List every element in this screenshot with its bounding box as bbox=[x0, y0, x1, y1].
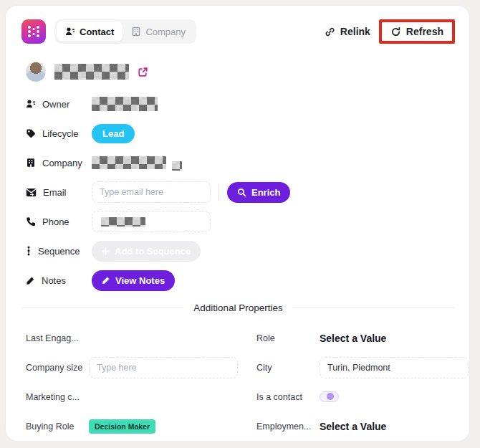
prop-buying-role: Buying Role Decision Maker bbox=[26, 411, 238, 441]
email-label-group: Email bbox=[26, 187, 92, 198]
refresh-button[interactable]: Refresh bbox=[390, 26, 443, 37]
role-select[interactable]: Select a Value bbox=[320, 333, 386, 344]
prop-marketing: Marketing c... bbox=[26, 382, 238, 411]
tab-contact[interactable]: Contact bbox=[57, 22, 123, 42]
refresh-annotation-box: Refresh bbox=[379, 19, 455, 44]
email-divider bbox=[219, 184, 219, 201]
owner-row: Owner bbox=[26, 93, 455, 115]
lifecycle-label-group: Lifecycle bbox=[26, 128, 92, 139]
prop-label: City bbox=[256, 363, 320, 373]
prop-city: City bbox=[256, 353, 469, 382]
prop-label: Is a contact bbox=[256, 392, 320, 402]
pencil-icon bbox=[26, 276, 35, 285]
lifecycle-label: Lifecycle bbox=[42, 128, 79, 139]
external-link-icon[interactable] bbox=[138, 67, 148, 77]
add-to-sequence-button[interactable]: Add to Sequence bbox=[92, 241, 201, 262]
additional-properties-title: Additional Properties bbox=[193, 302, 283, 313]
prop-last-engagement: Last Engag... bbox=[26, 323, 238, 353]
redacted-company-value bbox=[92, 156, 166, 169]
employment-select[interactable]: Select a Value bbox=[320, 421, 386, 432]
sequence-icon bbox=[26, 246, 32, 256]
phone-input[interactable] bbox=[92, 211, 211, 232]
plus-icon bbox=[102, 247, 110, 255]
phone-row: Phone bbox=[26, 211, 455, 232]
prop-label: Role bbox=[256, 333, 320, 343]
app-logo bbox=[21, 19, 46, 44]
redacted-phone-value bbox=[101, 217, 145, 227]
person-icon bbox=[65, 27, 75, 37]
panel-header: Contact Company Relink Refresh bbox=[21, 17, 455, 46]
is-a-contact-toggle[interactable] bbox=[320, 391, 339, 402]
redacted-company-chip bbox=[172, 161, 182, 171]
sequence-row: Sequence Add to Sequence bbox=[26, 240, 455, 262]
email-label: Email bbox=[43, 187, 67, 198]
enrich-button[interactable]: Enrich bbox=[227, 182, 290, 203]
prop-label: Company size bbox=[26, 363, 89, 373]
person-icon bbox=[26, 99, 36, 109]
phone-label: Phone bbox=[42, 216, 69, 227]
tab-contact-label: Contact bbox=[80, 27, 114, 37]
lifecycle-badge[interactable]: Lead bbox=[92, 124, 135, 143]
company-size-input[interactable] bbox=[89, 357, 238, 378]
prop-company-size: Company size bbox=[26, 353, 238, 382]
contact-panel: Contact Company Relink Refresh bbox=[6, 6, 469, 441]
refresh-icon bbox=[390, 27, 401, 37]
prop-is-a-contact: Is a contact bbox=[256, 382, 469, 411]
additional-properties-header: Additional Properties bbox=[21, 302, 455, 313]
redacted-owner-value bbox=[92, 97, 158, 111]
email-input[interactable] bbox=[92, 181, 211, 203]
sequence-label-group: Sequence bbox=[26, 246, 92, 257]
prop-label: Employmen... bbox=[256, 421, 320, 432]
company-label-group: Company bbox=[26, 158, 92, 168]
toggle-knob bbox=[327, 393, 334, 400]
email-row: Email Enrich bbox=[26, 181, 455, 203]
contact-avatar bbox=[26, 62, 46, 82]
search-icon bbox=[237, 188, 246, 197]
notes-label-group: Notes bbox=[26, 275, 92, 286]
divider-line bbox=[293, 308, 455, 308]
phone-icon bbox=[26, 216, 36, 227]
refresh-label: Refresh bbox=[406, 26, 443, 37]
company-row: Company bbox=[26, 152, 455, 173]
page-background-strip bbox=[0, 441, 480, 448]
tab-company[interactable]: Company bbox=[123, 22, 194, 42]
building-icon bbox=[131, 27, 141, 37]
phone-label-group: Phone bbox=[26, 216, 92, 227]
redacted-contact-name bbox=[54, 64, 129, 80]
prop-label: Buying Role bbox=[26, 421, 89, 432]
prop-label: Marketing c... bbox=[26, 392, 89, 402]
add-to-sequence-label: Add to Sequence bbox=[115, 246, 191, 257]
tab-company-label: Company bbox=[145, 27, 186, 37]
prop-employment-right: Employmen... Select a Value bbox=[256, 411, 469, 441]
prop-role: Role Select a Value bbox=[256, 323, 469, 353]
view-notes-label: View Notes bbox=[115, 275, 165, 286]
owner-label-group: Owner bbox=[26, 99, 92, 110]
view-notes-button[interactable]: View Notes bbox=[92, 270, 175, 291]
lifecycle-row: Lifecycle Lead bbox=[26, 123, 455, 144]
sequence-label: Sequence bbox=[38, 246, 80, 257]
owner-label: Owner bbox=[42, 99, 69, 110]
prop-label: Last Engag... bbox=[26, 333, 89, 343]
entity-tab-group: Contact Company bbox=[54, 19, 196, 44]
contact-body: Owner Lifecycle Lead Company bbox=[21, 46, 455, 448]
divider-line bbox=[21, 308, 183, 308]
relink-label: Relink bbox=[340, 26, 370, 37]
link-icon bbox=[325, 27, 335, 37]
tag-icon bbox=[26, 128, 36, 138]
building-icon bbox=[26, 158, 36, 168]
dot-grid-logo-icon bbox=[28, 26, 31, 29]
additional-properties-grid: Last Engag... Role Select a Value Compan… bbox=[21, 316, 455, 448]
company-label: Company bbox=[42, 158, 82, 168]
relink-button[interactable]: Relink bbox=[325, 26, 370, 37]
enrich-label: Enrich bbox=[251, 187, 280, 198]
buying-role-badge[interactable]: Decision Maker bbox=[89, 419, 155, 434]
city-input[interactable] bbox=[320, 357, 469, 378]
pencil-icon bbox=[102, 276, 110, 285]
notes-label: Notes bbox=[42, 275, 66, 286]
contact-identity-row bbox=[26, 62, 455, 82]
envelope-icon bbox=[26, 188, 37, 197]
notes-row: Notes View Notes bbox=[26, 270, 455, 291]
